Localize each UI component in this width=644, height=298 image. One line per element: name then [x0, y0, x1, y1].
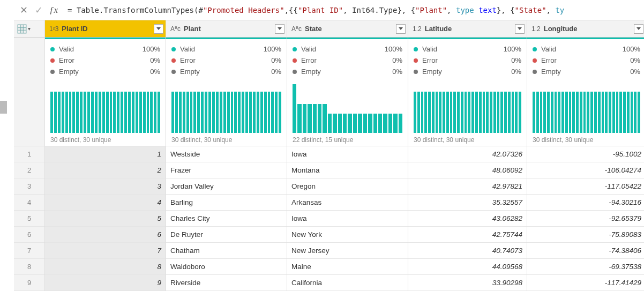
cell[interactable]: -74.38406 — [527, 243, 644, 259]
column-profile: Valid100%Error0%Empty0%30 distinct, 30 u… — [45, 39, 166, 146]
cell[interactable]: Oregon — [287, 178, 408, 195]
stat-error: Error0% — [171, 55, 281, 66]
distribution-chart — [293, 81, 402, 133]
column-header[interactable]: AᴮcPlant — [166, 20, 287, 38]
cell[interactable]: 7 — [45, 243, 166, 259]
stat-valid: Valid100% — [533, 43, 640, 55]
cell[interactable]: New Jersey — [287, 243, 408, 259]
column-state: AᴮcStateValid100%Error0%Empty0%22 distin… — [287, 20, 408, 291]
stat-empty: Empty0% — [293, 66, 402, 77]
distribution-summary: 30 distinct, 30 unique — [414, 136, 521, 144]
distribution-summary: 30 distinct, 30 unique — [50, 136, 160, 144]
filter-dropdown-button[interactable] — [154, 24, 163, 34]
cell[interactable]: 6 — [45, 227, 166, 243]
cell[interactable]: 3 — [45, 178, 166, 195]
cell[interactable]: Westside — [166, 146, 287, 162]
cell[interactable]: De Ruyter — [166, 227, 287, 243]
filter-dropdown-button[interactable] — [275, 24, 284, 34]
cell[interactable]: -117.41429 — [527, 275, 644, 291]
datatype-icon[interactable]: 1.2 — [531, 25, 541, 33]
stat-empty: Empty0% — [171, 66, 281, 77]
column-title: Latitude — [425, 25, 515, 33]
collapsed-panel-tab[interactable] — [0, 101, 7, 114]
column-header[interactable]: 1.2Latitude — [408, 20, 527, 38]
column-longitude: 1.2LongitudeValid100%Error0%Empty0%30 di… — [527, 20, 644, 291]
table-icon — [17, 24, 27, 34]
datatype-icon[interactable]: 1.2 — [413, 25, 422, 33]
row-index[interactable]: 5 — [14, 211, 44, 227]
cell[interactable]: 40.74073 — [408, 243, 527, 259]
cell[interactable]: 4 — [45, 195, 166, 211]
cell[interactable]: -117.05422 — [527, 178, 644, 195]
filter-dropdown-button[interactable] — [515, 24, 525, 34]
row-index[interactable]: 4 — [14, 195, 44, 211]
filter-dropdown-button[interactable] — [634, 24, 643, 34]
cell[interactable]: 1 — [45, 146, 166, 162]
row-index[interactable]: 7 — [14, 243, 44, 259]
cell[interactable]: Barling — [166, 195, 287, 211]
row-index[interactable]: 6 — [14, 227, 44, 243]
cell[interactable]: Maine — [287, 259, 408, 275]
confirm-formula-button[interactable]: ✓ — [31, 3, 46, 18]
cell[interactable]: Montana — [287, 162, 408, 178]
column-profile: Valid100%Error0%Empty0%30 distinct, 30 u… — [527, 39, 644, 146]
datatype-icon[interactable]: 1²3 — [49, 25, 58, 33]
filter-dropdown-button[interactable] — [396, 24, 406, 34]
stat-empty: Empty0% — [533, 66, 640, 77]
column-header[interactable]: 1.2Longitude — [527, 20, 644, 38]
cell[interactable]: Iowa — [287, 211, 408, 227]
row-index[interactable]: 1 — [14, 146, 44, 162]
cell[interactable]: -106.04274 — [527, 162, 644, 178]
cell[interactable]: Riverside — [166, 275, 287, 291]
cell[interactable]: 42.75744 — [408, 227, 527, 243]
fx-icon[interactable]: ƒx — [46, 5, 64, 16]
cell[interactable]: 42.07326 — [408, 146, 527, 162]
column-header[interactable]: 1²3Plant ID — [45, 20, 166, 38]
row-index[interactable]: 8 — [14, 259, 44, 275]
cell[interactable]: New York — [287, 227, 408, 243]
cell[interactable]: Waldoboro — [166, 259, 287, 275]
cell[interactable]: Charles City — [166, 211, 287, 227]
chevron-down-icon — [399, 27, 403, 30]
chevron-down-icon — [636, 27, 641, 30]
stat-valid: Valid100% — [50, 43, 160, 55]
cell[interactable]: -94.30216 — [527, 195, 644, 211]
formula-input[interactable]: = Table.TransformColumnTypes(#"Promoted … — [64, 6, 642, 14]
cell[interactable]: 9 — [45, 275, 166, 291]
cell[interactable]: Jordan Valley — [166, 178, 287, 195]
chevron-down-icon — [156, 27, 161, 30]
column-profile: Valid100%Error0%Empty0%30 distinct, 30 u… — [408, 39, 527, 146]
cell[interactable]: 48.06092 — [408, 162, 527, 178]
cell[interactable]: Chatham — [166, 243, 287, 259]
cell[interactable]: 5 — [45, 211, 166, 227]
cell[interactable]: California — [287, 275, 408, 291]
cell[interactable]: 35.32557 — [408, 195, 527, 211]
cell[interactable]: -69.37538 — [527, 259, 644, 275]
chevron-down-icon — [278, 27, 282, 30]
cell[interactable]: 42.97821 — [408, 178, 527, 195]
cell[interactable]: -95.1002 — [527, 146, 644, 162]
column-header[interactable]: AᴮcState — [287, 20, 408, 38]
cell[interactable]: 33.90298 — [408, 275, 527, 291]
row-index[interactable]: 2 — [14, 162, 44, 178]
row-index[interactable]: 9 — [14, 275, 44, 291]
cell[interactable]: Arkansas — [287, 195, 408, 211]
formula-bar: ✕ ✓ ƒx = Table.TransformColumnTypes(#"Pr… — [14, 0, 644, 20]
datatype-icon[interactable]: Aᴮc — [170, 25, 181, 33]
column-title: Plant — [184, 25, 275, 33]
cell[interactable]: Iowa — [287, 146, 408, 162]
cell[interactable]: 44.09568 — [408, 259, 527, 275]
cell[interactable]: -75.89083 — [527, 227, 644, 243]
cell[interactable]: 2 — [45, 162, 166, 178]
row-index[interactable]: 3 — [14, 178, 44, 195]
distribution-summary: 30 distinct, 30 unique — [533, 136, 640, 144]
table-menu-button[interactable]: ▾ — [14, 20, 44, 38]
cancel-formula-button[interactable]: ✕ — [16, 3, 31, 18]
cell[interactable]: -92.65379 — [527, 211, 644, 227]
cell[interactable]: 8 — [45, 259, 166, 275]
cell[interactable]: Frazer — [166, 162, 287, 178]
cell[interactable]: 43.06282 — [408, 211, 527, 227]
datatype-icon[interactable]: Aᴮc — [291, 25, 302, 33]
stat-error: Error0% — [293, 55, 402, 66]
distribution-summary: 30 distinct, 30 unique — [171, 136, 281, 144]
